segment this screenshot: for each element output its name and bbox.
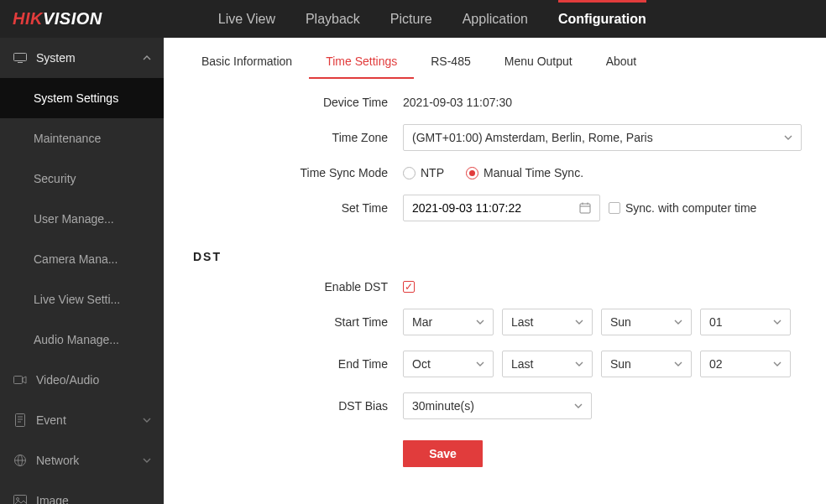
sidebar-item-camera-manage[interactable]: Camera Mana...: [0, 239, 164, 279]
chevron-down-icon: [674, 361, 682, 366]
set-time-field[interactable]: [412, 201, 579, 215]
enable-dst-label: Enable DST: [185, 280, 403, 294]
chevron-down-icon: [773, 320, 782, 325]
start-day-select[interactable]: Sun: [601, 309, 692, 335]
nav-application[interactable]: Application: [447, 0, 543, 38]
tab-about[interactable]: About: [589, 46, 654, 78]
tab-menu-output[interactable]: Menu Output: [488, 46, 589, 78]
logo: HIKVISION: [13, 9, 102, 29]
dst-heading: DST: [185, 236, 805, 280]
start-week-select[interactable]: Last: [502, 309, 593, 335]
end-week-select[interactable]: Last: [502, 351, 593, 377]
set-time-input[interactable]: [403, 195, 600, 221]
end-month-select[interactable]: Oct: [403, 351, 494, 377]
sidebar-item-security[interactable]: Security: [0, 158, 164, 199]
nav-live-view[interactable]: Live View: [203, 0, 290, 38]
image-icon: [13, 495, 28, 504]
radio-ntp[interactable]: NTP: [403, 166, 444, 179]
chevron-down-icon: [575, 320, 583, 325]
start-time-label: Start Time: [185, 315, 403, 329]
end-time-label: End Time: [185, 357, 403, 371]
chevron-down-icon: [574, 403, 583, 408]
sidebar-item-live-view-settings[interactable]: Live View Setti...: [0, 279, 164, 320]
svg-rect-0: [14, 54, 27, 61]
svg-rect-1: [18, 62, 23, 63]
sidebar-system-label: System: [36, 51, 76, 65]
sync-pc-label: Sync. with computer time: [625, 201, 756, 215]
sidebar-group-video-audio[interactable]: Video/Audio: [0, 360, 164, 400]
svg-rect-3: [16, 414, 25, 427]
radio-dot: [466, 167, 478, 179]
chevron-down-icon: [143, 458, 151, 463]
enable-dst-checkbox[interactable]: ✓: [403, 281, 420, 293]
sidebar-group-event[interactable]: Event: [0, 400, 164, 440]
nav-playback[interactable]: Playback: [290, 0, 375, 38]
end-hour-select[interactable]: 02: [700, 351, 791, 377]
sidebar-item-audio-manage[interactable]: Audio Manage...: [0, 320, 164, 360]
sidebar-group-image[interactable]: Image: [0, 481, 164, 504]
tab-time-settings[interactable]: Time Settings: [309, 46, 414, 78]
set-time-label: Set Time: [185, 201, 403, 215]
event-icon: [13, 413, 28, 427]
checkbox-box: [609, 202, 620, 214]
chevron-down-icon: [773, 361, 782, 366]
logo-part1: HIK: [13, 9, 43, 28]
radio-dot: [403, 167, 416, 179]
start-month-select[interactable]: Mar: [403, 309, 494, 335]
logo-part2: VISION: [43, 9, 102, 28]
radio-manual-label: Manual Time Sync.: [484, 166, 583, 179]
sidebar-group-network[interactable]: Network: [0, 440, 164, 481]
main-content: Basic Information Time Settings RS-485 M…: [164, 38, 826, 504]
nav-configuration[interactable]: Configuration: [543, 0, 661, 38]
sidebar-item-user-manage[interactable]: User Manage...: [0, 199, 164, 239]
chevron-down-icon: [575, 361, 583, 366]
sidebar-image-label: Image: [36, 494, 69, 504]
checkbox-box: ✓: [403, 281, 415, 293]
sidebar-video-audio-label: Video/Audio: [36, 373, 99, 387]
device-time-label: Device Time: [185, 96, 403, 109]
chevron-up-icon: [143, 55, 151, 60]
tab-rs485[interactable]: RS-485: [414, 46, 487, 78]
start-hour-select[interactable]: 01: [700, 309, 791, 335]
form: Device Time 2021-09-03 11:07:30 Time Zon…: [164, 79, 826, 499]
sidebar-group-system[interactable]: System: [0, 38, 164, 78]
system-icon: [13, 53, 28, 63]
time-zone-label: Time Zone: [185, 131, 403, 144]
radio-ntp-label: NTP: [421, 166, 444, 179]
chevron-down-icon: [674, 320, 682, 325]
chevron-down-icon: [476, 320, 484, 325]
sync-pc-checkbox[interactable]: Sync. with computer time: [609, 201, 756, 215]
svg-point-11: [17, 498, 19, 501]
chevron-down-icon: [784, 135, 792, 140]
chevron-down-icon: [143, 418, 151, 423]
sync-mode-label: Time Sync Mode: [185, 166, 403, 179]
tabs: Basic Information Time Settings RS-485 M…: [164, 38, 826, 79]
top-nav: Live View Playback Picture Application C…: [203, 0, 661, 38]
sidebar-network-label: Network: [36, 454, 79, 467]
time-zone-value: (GMT+01:00) Amsterdam, Berlin, Rome, Par…: [412, 131, 653, 144]
dst-bias-select[interactable]: 30minute(s): [403, 392, 592, 419]
tab-basic-information[interactable]: Basic Information: [185, 46, 309, 78]
time-zone-select[interactable]: (GMT+01:00) Amsterdam, Berlin, Rome, Par…: [403, 124, 802, 151]
radio-manual[interactable]: Manual Time Sync.: [466, 166, 583, 179]
sidebar-event-label: Event: [36, 413, 66, 427]
dst-bias-label: DST Bias: [185, 399, 403, 413]
save-button[interactable]: Save: [403, 440, 483, 467]
network-icon: [13, 454, 28, 467]
device-time-value: 2021-09-03 11:07:30: [403, 96, 512, 109]
chevron-down-icon: [476, 361, 484, 366]
sidebar-item-maintenance[interactable]: Maintenance: [0, 118, 164, 158]
sidebar: System System Settings Maintenance Secur…: [0, 38, 164, 504]
end-day-select[interactable]: Sun: [601, 351, 692, 377]
calendar-icon: [579, 202, 591, 214]
svg-rect-2: [14, 377, 23, 384]
svg-rect-12: [580, 204, 590, 213]
top-bar: HIKVISION Live View Playback Picture App…: [0, 0, 826, 38]
nav-picture[interactable]: Picture: [375, 0, 447, 38]
video-icon: [13, 375, 28, 385]
sidebar-item-system-settings[interactable]: System Settings: [0, 78, 164, 118]
